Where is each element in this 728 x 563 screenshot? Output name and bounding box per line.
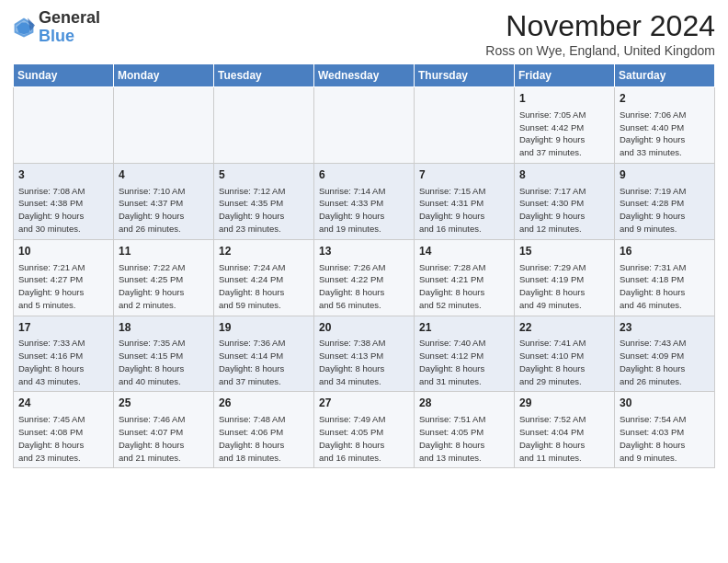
day-cell: 28Sunrise: 7:51 AMSunset: 4:05 PMDayligh… (415, 392, 515, 468)
logo-text: General Blue (39, 9, 100, 46)
day-info: Sunrise: 7:29 AMSunset: 4:19 PMDaylight:… (519, 261, 609, 312)
day-number: 9 (620, 167, 710, 183)
day-info: Sunrise: 7:28 AMSunset: 4:21 PMDaylight:… (419, 261, 509, 312)
week-row-2: 3Sunrise: 7:08 AMSunset: 4:38 PMDaylight… (14, 163, 715, 239)
day-cell: 23Sunrise: 7:43 AMSunset: 4:09 PMDayligh… (615, 316, 715, 392)
calendar-table: SundayMondayTuesdayWednesdayThursdayFrid… (13, 63, 715, 468)
location: Ross on Wye, England, United Kingdom (485, 43, 715, 58)
day-info: Sunrise: 7:51 AMSunset: 4:05 PMDaylight:… (419, 413, 509, 464)
title-block: November 2024 Ross on Wye, England, Unit… (485, 9, 715, 58)
week-row-1: 1Sunrise: 7:05 AMSunset: 4:42 PMDaylight… (14, 87, 715, 164)
week-row-5: 24Sunrise: 7:45 AMSunset: 4:08 PMDayligh… (14, 392, 715, 468)
day-info: Sunrise: 7:48 AMSunset: 4:06 PMDaylight:… (219, 413, 309, 464)
day-info: Sunrise: 7:19 AMSunset: 4:28 PMDaylight:… (620, 185, 710, 236)
day-info: Sunrise: 7:24 AMSunset: 4:24 PMDaylight:… (219, 261, 309, 312)
header-cell-saturday: Saturday (615, 64, 715, 87)
day-number: 1 (519, 91, 609, 107)
day-info: Sunrise: 7:12 AMSunset: 4:35 PMDaylight:… (219, 185, 309, 236)
day-cell: 3Sunrise: 7:08 AMSunset: 4:38 PMDaylight… (14, 163, 114, 239)
day-info: Sunrise: 7:21 AMSunset: 4:27 PMDaylight:… (18, 261, 108, 312)
day-cell: 25Sunrise: 7:46 AMSunset: 4:07 PMDayligh… (114, 392, 214, 468)
day-number: 11 (119, 244, 209, 259)
day-number: 26 (219, 396, 309, 411)
calendar-header: SundayMondayTuesdayWednesdayThursdayFrid… (14, 64, 715, 87)
day-cell: 27Sunrise: 7:49 AMSunset: 4:05 PMDayligh… (314, 392, 415, 468)
header-cell-sunday: Sunday (14, 64, 114, 87)
day-info: Sunrise: 7:45 AMSunset: 4:08 PMDaylight:… (18, 413, 108, 464)
day-cell: 14Sunrise: 7:28 AMSunset: 4:21 PMDayligh… (415, 239, 515, 316)
day-number: 22 (519, 320, 609, 336)
day-number: 7 (419, 167, 509, 183)
week-row-4: 17Sunrise: 7:33 AMSunset: 4:16 PMDayligh… (14, 316, 715, 392)
header-cell-wednesday: Wednesday (314, 64, 415, 87)
day-cell: 18Sunrise: 7:35 AMSunset: 4:15 PMDayligh… (114, 316, 214, 392)
day-number: 30 (620, 396, 710, 411)
day-number: 10 (18, 244, 108, 259)
day-number: 13 (319, 244, 409, 259)
header-cell-monday: Monday (114, 64, 214, 87)
day-cell: 6Sunrise: 7:14 AMSunset: 4:33 PMDaylight… (314, 163, 415, 239)
day-info: Sunrise: 7:31 AMSunset: 4:18 PMDaylight:… (620, 261, 710, 312)
header-cell-friday: Friday (515, 64, 615, 87)
day-cell (314, 87, 415, 164)
day-cell: 13Sunrise: 7:26 AMSunset: 4:22 PMDayligh… (314, 239, 415, 316)
day-number: 20 (319, 320, 409, 336)
day-cell (114, 87, 214, 164)
day-cell: 15Sunrise: 7:29 AMSunset: 4:19 PMDayligh… (515, 239, 615, 316)
day-info: Sunrise: 7:36 AMSunset: 4:14 PMDaylight:… (219, 337, 309, 387)
day-info: Sunrise: 7:40 AMSunset: 4:12 PMDaylight:… (419, 337, 509, 387)
day-number: 19 (219, 320, 309, 336)
day-info: Sunrise: 7:43 AMSunset: 4:09 PMDaylight:… (620, 337, 710, 387)
day-number: 21 (419, 320, 509, 336)
day-cell: 22Sunrise: 7:41 AMSunset: 4:10 PMDayligh… (515, 316, 615, 392)
day-number: 12 (219, 244, 309, 259)
day-number: 27 (319, 396, 409, 411)
day-cell: 12Sunrise: 7:24 AMSunset: 4:24 PMDayligh… (214, 239, 314, 316)
day-number: 3 (18, 167, 108, 183)
day-number: 25 (119, 396, 209, 411)
day-number: 14 (419, 244, 509, 259)
day-info: Sunrise: 7:54 AMSunset: 4:03 PMDaylight:… (620, 413, 710, 464)
day-info: Sunrise: 7:46 AMSunset: 4:07 PMDaylight:… (119, 413, 209, 464)
day-cell: 24Sunrise: 7:45 AMSunset: 4:08 PMDayligh… (14, 392, 114, 468)
day-cell: 5Sunrise: 7:12 AMSunset: 4:35 PMDaylight… (214, 163, 314, 239)
day-info: Sunrise: 7:06 AMSunset: 4:40 PMDaylight:… (620, 109, 710, 159)
day-cell: 10Sunrise: 7:21 AMSunset: 4:27 PMDayligh… (14, 239, 114, 316)
day-info: Sunrise: 7:33 AMSunset: 4:16 PMDaylight:… (18, 337, 108, 387)
day-cell: 30Sunrise: 7:54 AMSunset: 4:03 PMDayligh… (615, 392, 715, 468)
day-cell: 2Sunrise: 7:06 AMSunset: 4:40 PMDaylight… (615, 87, 715, 164)
day-cell: 17Sunrise: 7:33 AMSunset: 4:16 PMDayligh… (14, 316, 114, 392)
day-cell: 29Sunrise: 7:52 AMSunset: 4:04 PMDayligh… (515, 392, 615, 468)
day-number: 4 (119, 167, 209, 183)
day-number: 8 (519, 167, 609, 183)
day-info: Sunrise: 7:10 AMSunset: 4:37 PMDaylight:… (119, 185, 209, 236)
day-cell (214, 87, 314, 164)
day-number: 18 (119, 320, 209, 336)
week-row-3: 10Sunrise: 7:21 AMSunset: 4:27 PMDayligh… (14, 239, 715, 316)
day-number: 2 (620, 91, 710, 107)
day-info: Sunrise: 7:35 AMSunset: 4:15 PMDaylight:… (119, 337, 209, 387)
logo-icon (13, 17, 35, 39)
day-info: Sunrise: 7:17 AMSunset: 4:30 PMDaylight:… (519, 185, 609, 236)
day-info: Sunrise: 7:38 AMSunset: 4:13 PMDaylight:… (319, 337, 409, 387)
header-row: SundayMondayTuesdayWednesdayThursdayFrid… (14, 64, 715, 87)
day-cell: 9Sunrise: 7:19 AMSunset: 4:28 PMDaylight… (615, 163, 715, 239)
day-info: Sunrise: 7:26 AMSunset: 4:22 PMDaylight:… (319, 261, 409, 312)
logo: General Blue (13, 9, 100, 46)
day-cell: 21Sunrise: 7:40 AMSunset: 4:12 PMDayligh… (415, 316, 515, 392)
day-info: Sunrise: 7:41 AMSunset: 4:10 PMDaylight:… (519, 337, 609, 387)
day-number: 5 (219, 167, 309, 183)
day-cell (415, 87, 515, 164)
day-cell: 1Sunrise: 7:05 AMSunset: 4:42 PMDaylight… (515, 87, 615, 164)
day-number: 28 (419, 396, 509, 411)
day-cell (14, 87, 114, 164)
header: General Blue November 2024 Ross on Wye, … (13, 9, 715, 58)
day-cell: 26Sunrise: 7:48 AMSunset: 4:06 PMDayligh… (214, 392, 314, 468)
day-number: 16 (620, 244, 710, 259)
header-cell-tuesday: Tuesday (214, 64, 314, 87)
page: General Blue November 2024 Ross on Wye, … (0, 0, 728, 477)
day-cell: 4Sunrise: 7:10 AMSunset: 4:37 PMDaylight… (114, 163, 214, 239)
day-number: 29 (519, 396, 609, 411)
day-info: Sunrise: 7:08 AMSunset: 4:38 PMDaylight:… (18, 185, 108, 236)
day-number: 17 (18, 320, 108, 336)
